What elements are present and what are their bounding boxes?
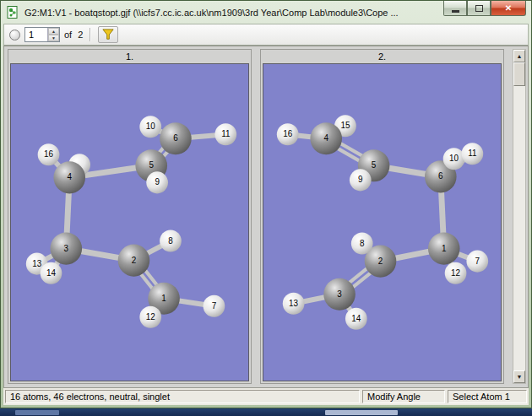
app-icon <box>7 6 19 19</box>
atom-number-label: 7 <box>212 301 217 311</box>
atom-number-label: 14 <box>46 268 56 278</box>
atom-number-label: 13 <box>32 259 41 268</box>
atom-number-label: 8 <box>168 236 173 246</box>
minimize-button[interactable] <box>443 1 467 16</box>
frame-number-value: 1 <box>25 28 47 41</box>
screen: G2:M1:V1 - boatqstopt.gjf (\\icfs7.cc.ic… <box>0 0 532 416</box>
spin-up-icon[interactable]: ▲ <box>48 28 59 35</box>
atom-number-label: 6 <box>173 133 178 143</box>
app-window: G2:M1:V1 - boatqstopt.gjf (\\icfs7.cc.ic… <box>0 0 532 408</box>
scrollbar-thumb[interactable] <box>513 62 525 86</box>
panel-1-label: 1. <box>8 50 251 63</box>
display-options-button[interactable] <box>98 26 118 43</box>
atom-number-label: 2 <box>378 257 383 266</box>
scrollbar-track[interactable] <box>513 86 525 370</box>
molecule-canvas-1: 106115941631314281127 <box>11 64 248 381</box>
funnel-icon <box>101 29 115 41</box>
atom-number-label: 14 <box>351 314 361 323</box>
close-button[interactable]: ✕ <box>491 1 526 16</box>
molecule-canvas-2: 16154596101128112731314 <box>263 64 501 381</box>
atom-number-label: 8 <box>360 239 365 248</box>
atom-number-label: 16 <box>283 129 292 138</box>
status-mode: Modify Angle <box>362 390 445 403</box>
atom-number-label: 12 <box>146 312 155 321</box>
atom-number-label: 9 <box>155 177 160 186</box>
atom-number-label: 5 <box>149 160 154 170</box>
maximize-button[interactable] <box>467 1 491 16</box>
atom-number-label: 4 <box>323 133 328 143</box>
atom-number-label: 9 <box>358 175 363 184</box>
atom-number-label: 7 <box>475 257 480 266</box>
animation-radio[interactable] <box>9 30 20 41</box>
frame-of-label: of <box>64 30 72 40</box>
atom-number-label: 4 <box>68 172 73 181</box>
spin-down-icon[interactable]: ▼ <box>48 35 59 41</box>
atom-number-label: 1 <box>161 294 166 303</box>
molecule-viewport-1[interactable]: 106115941631314281127 <box>10 63 249 381</box>
status-molecule-info: 16 atoms, 46 electrons, neutral, singlet <box>5 390 360 403</box>
atom-number-label: 10 <box>146 122 155 131</box>
atom-number-label: 5 <box>372 160 377 170</box>
background-window-strip <box>0 408 532 416</box>
spinner-arrows: ▲ ▼ <box>47 28 59 41</box>
frame-toolbar: 1 ▲ ▼ of 2 <box>3 24 529 46</box>
vertical-scrollbar[interactable]: ▲ ▼ <box>513 49 526 384</box>
atom-number-label: 12 <box>451 268 460 278</box>
frame-spinner[interactable]: 1 ▲ ▼ <box>24 27 60 42</box>
molecule-viewport-2[interactable]: 16154596101128112731314 <box>263 63 502 381</box>
atom-number-label: 16 <box>44 149 53 159</box>
structure-panel-1: 1. 106115941631314281127 <box>8 49 252 384</box>
atom-number-label: 15 <box>340 121 350 130</box>
panel-2-label: 2. <box>261 50 503 63</box>
minimize-icon <box>452 10 459 13</box>
toolbar-separator <box>90 28 91 41</box>
atom-number-label: 10 <box>449 154 459 163</box>
background-window-fragment <box>15 410 59 415</box>
window-controls: ✕ <box>443 1 526 16</box>
structure-panel-2: 2. 16154596101128112731314 <box>260 49 504 384</box>
atom-number-label: 1 <box>442 244 447 253</box>
atom-number-label: 13 <box>289 299 298 308</box>
background-window-fragment <box>325 410 398 415</box>
statusbar: 16 atoms, 46 electrons, neutral, singlet… <box>3 388 529 405</box>
atom-number-label: 2 <box>132 256 137 265</box>
titlebar[interactable]: G2:M1:V1 - boatqstopt.gjf (\\icfs7.cc.ic… <box>1 1 531 24</box>
atom-number-label: 3 <box>64 244 69 253</box>
frame-count: 2 <box>78 30 83 40</box>
atom-number-label: 6 <box>438 171 443 181</box>
status-selection: Select Atom 1 <box>448 390 527 403</box>
scroll-down-icon[interactable]: ▼ <box>513 370 525 383</box>
scroll-up-icon[interactable]: ▲ <box>513 50 525 62</box>
atom-number-label: 11 <box>221 129 231 138</box>
atom-number-label: 11 <box>468 149 477 158</box>
maximize-icon <box>475 5 483 12</box>
main-area: 1. 106115941631314281127 2. 161545961011… <box>3 46 529 388</box>
window-title: G2:M1:V1 - boatqstopt.gjf (\\icfs7.cc.ic… <box>24 8 438 18</box>
atom-number-label: 3 <box>337 289 342 299</box>
